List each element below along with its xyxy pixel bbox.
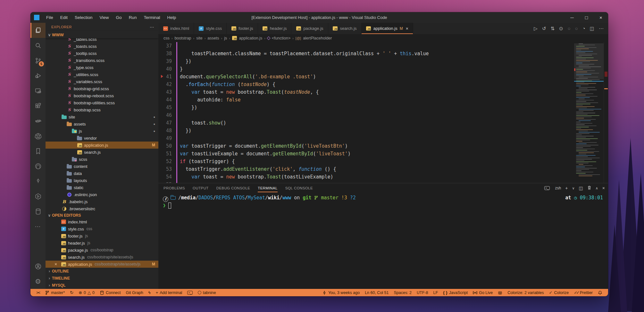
terminal[interactable]: f/media/DADOS/REPOS ATOS/MySeat/wiki/www… [158,193,608,289]
tree-item-js[interactable]: js• [46,127,158,134]
tree-item-_utilities.scss[interactable]: S_utilities.scss [46,71,158,78]
status-item-terminal-box[interactable]: >_ [185,289,195,296]
breadcrumb-item[interactable]: assets [207,36,219,40]
status-item-you-3-weeks-ago[interactable]: You, 3 weeks ago [320,289,362,296]
tree-item-site[interactable]: site• [46,113,158,120]
menu-view[interactable]: View [97,14,112,21]
breadcrumb-item[interactable]: application.js [239,36,262,40]
docker-icon[interactable] [30,113,46,128]
close-panel-icon[interactable]: × [602,186,605,191]
tree-item-assets[interactable]: assets• [46,120,158,127]
status-item-remote[interactable]: >< [34,289,42,296]
compare-changes-icon[interactable]: ⇅ [550,26,555,31]
status-item-0[interactable]: ⊗0△0 [76,289,97,296]
timeline-icon[interactable]: ↺ [542,26,546,31]
tree-item-bootstrap-grid.scss[interactable]: Sbootstrap-grid.scss [46,85,158,92]
tree-item-_tooltip.scss[interactable]: S_tooltip.scss [46,50,158,57]
tree-item-layouts[interactable]: layouts [46,177,158,184]
change-icon[interactable]: ○ [568,26,571,31]
split-terminal-icon[interactable]: ◫ [579,186,583,191]
new-terminal-icon[interactable]: + [565,186,568,191]
code-editor[interactable]: 3738 toastPlacement.className = toastPla… [158,42,574,183]
tab-header.js[interactable]: JSheader.js [258,23,292,34]
breadcrumb-item[interactable]: alertPlaceholder [303,36,332,40]
commit-explorer-icon[interactable] [30,174,46,189]
previous-change-icon[interactable]: ⊙ [559,26,563,31]
status-item-tabnine[interactable]: tabnine [195,289,219,296]
breadcrumb-item[interactable]: <function> [272,36,290,40]
status-item-prettier[interactable]: ✓✓ Prettier [571,289,595,296]
tree-item-application.js[interactable]: JSapplication.jsM [46,142,158,149]
menu-help[interactable]: Help [164,14,179,21]
open-editor-index.html[interactable]: <>index.html [46,218,158,225]
tab-index.html[interactable]: <>index.html [158,23,194,34]
open-editor-header.js[interactable]: JSheader.jsjs [46,239,158,247]
open-editor-package.js[interactable]: JSpackage.jscss/bootstrap [46,247,158,254]
tree-item-bootstrap-reboot.scss[interactable]: Sbootstrap-reboot.scss [46,92,158,99]
status-item-utf-8[interactable]: UTF-8 [414,289,431,296]
minimap[interactable] [574,42,604,183]
sidebar-section-outline[interactable]: ›OUTLINE [46,268,158,275]
tree-item-bootstrap-utilities.scss[interactable]: Sbootstrap-utilities.scss [46,99,158,106]
breadcrumb-item[interactable]: bootstrap [174,36,191,40]
database-icon[interactable] [30,204,46,219]
workspace-section-header[interactable]: ∨ WWW [46,31,158,38]
tree-item-bootstrap.scss[interactable]: Sbootstrap.scss [46,106,158,113]
terminal-dropdown-icon[interactable]: ∨ [572,186,574,190]
account-icon[interactable] [30,259,46,274]
open-editor-footer.js[interactable]: JSfooter.jsjs [46,232,158,239]
github-icon[interactable] [30,159,46,174]
menu-terminal[interactable]: Terminal [141,14,163,21]
status-item-bell[interactable] [595,289,605,296]
sidebar-section-timeline[interactable]: ›TIMELINE [46,275,158,282]
tab-search.js[interactable]: JSsearch.js [328,23,362,34]
remote-explorer-icon[interactable] [30,83,46,98]
minimize-button[interactable]: ─ [565,12,579,23]
panel-tab-terminal[interactable]: TERMINAL [258,184,277,192]
breadcrumb[interactable]: css›bootstrap›site›assets›js›JSapplicati… [158,34,608,42]
tree-item-search.js[interactable]: JSsearch.js [46,149,158,156]
status-item-zap[interactable]: ϟ [146,289,153,296]
editor-scrollbar[interactable] [604,42,608,183]
settings-gear-icon[interactable]: ⚙ [30,274,46,289]
tab-package.js[interactable]: JSpackage.js [291,23,328,34]
status-item-git-graph[interactable]: Git Graph [123,289,146,296]
menu-run[interactable]: Run [126,14,140,21]
open-editor-search.js[interactable]: JSsearch.jscss/bootstrap/site/assets/js [46,254,158,261]
tab-footer.js[interactable]: JSfooter.js [227,23,258,34]
status-item-add-terminal[interactable]: +Add terminal [153,289,185,296]
breadcrumb-item[interactable]: js [224,36,227,40]
status-item-colorize-2-variables[interactable]: Colorize: 2 variables [505,289,546,296]
vscode-logo-icon[interactable] [34,15,39,20]
next-change-icon[interactable]: ○ [575,26,578,31]
status-item-sync[interactable]: ↻ [67,289,76,296]
tree-item-_toasts.scss[interactable]: S_toasts.scss [46,43,158,50]
bookmarks-icon[interactable] [30,143,46,159]
split-editor-icon[interactable]: ◫ [590,26,594,31]
sidebar-section-mysql[interactable]: ›MYSQL [46,282,158,289]
tree-item-.babelrc.js[interactable]: B.babelrc.js [46,198,158,205]
tree-item-content[interactable]: content [46,163,158,170]
search-icon[interactable] [30,38,46,53]
open-editors-header[interactable]: ∨ OPEN EDITORS [46,212,158,218]
extensions-icon[interactable] [30,98,46,113]
sidebar-more-icon[interactable]: ⋯ [150,24,155,30]
panel-tab-debug-console[interactable]: DEBUG CONSOLE [216,184,250,192]
breadcrumb-item[interactable]: site [196,36,202,40]
status-item-colorize[interactable]: ✓Colorize [547,289,572,296]
terminal-input-line[interactable]: ❯ [163,202,604,209]
status-item-lf[interactable]: LF [431,289,441,296]
tree-item-scss[interactable]: scss [46,156,158,163]
panel-tab-problems[interactable]: PROBLEMS [163,184,185,192]
kill-terminal-icon[interactable] [587,186,591,191]
run-debug-icon[interactable] [30,68,46,83]
tree-item-vendor[interactable]: vendor [46,134,158,142]
panel-tab-sql-console[interactable]: SQL CONSOLE [285,184,313,192]
menu-selection[interactable]: Selection [72,14,96,21]
close-editor-icon[interactable]: × [54,262,57,267]
open-timeline-icon[interactable]: ◔ [582,26,585,31]
open-editor-application.js[interactable]: ×JSapplication.jscss/bootstrap/site/asse… [46,261,158,268]
explorer-icon[interactable] [30,23,46,38]
maximize-panel-icon[interactable]: ∧ [596,186,598,190]
menu-edit[interactable]: Edit [57,14,71,21]
